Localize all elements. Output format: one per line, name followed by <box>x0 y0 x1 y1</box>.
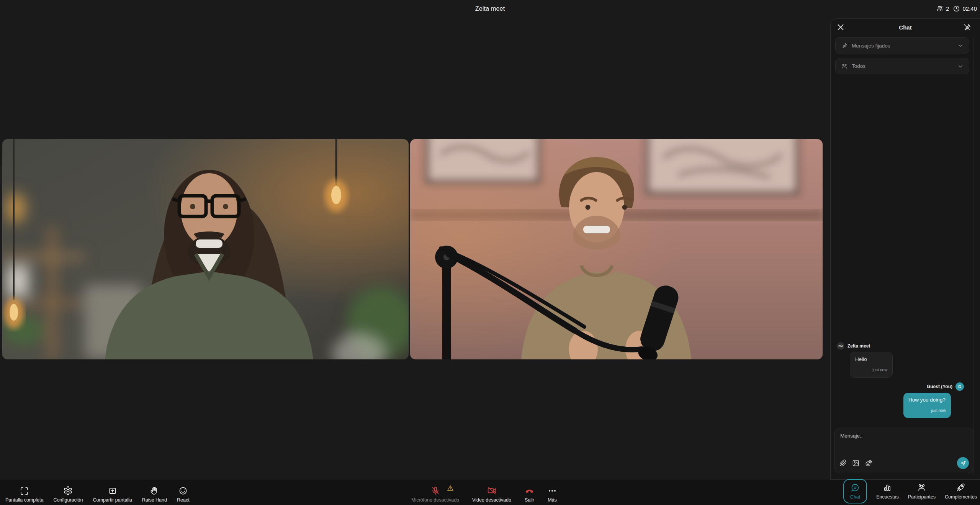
send-button[interactable] <box>957 457 969 469</box>
video-feed-2 <box>410 139 823 359</box>
microphone-label: Micrófono desactivado <box>411 497 459 503</box>
control-group-center: Micrófono desactivado Video desactivado … <box>411 485 557 503</box>
polls-icon <box>883 482 892 492</box>
leave-call-icon <box>524 485 535 495</box>
chat-panel-title: Chat <box>899 24 911 31</box>
gear-icon <box>63 485 73 495</box>
react-button[interactable]: React <box>177 485 190 503</box>
message-bubble: Hello just now <box>850 352 893 378</box>
video-off-icon <box>487 485 497 495</box>
participant-count-value: 2 <box>946 5 949 12</box>
message-bubble: How you doing? just now <box>903 393 951 418</box>
leave-button[interactable]: Salir <box>524 485 535 503</box>
paperclip-icon[interactable] <box>839 459 847 467</box>
pinned-messages-dropdown[interactable]: Mensajes fijados <box>835 37 969 54</box>
group-icon <box>841 63 848 70</box>
chat-message-list: ZM Zelta meet Hello just now Guest (You)… <box>837 342 969 418</box>
composer-actions <box>839 457 969 469</box>
meeting-timer: 02:40 <box>953 5 977 12</box>
share-screen-label: Compartir pantalla <box>93 497 132 503</box>
emoji-icon[interactable] <box>865 459 873 467</box>
pin-icon <box>841 42 848 49</box>
pinned-messages-label: Mensajes fijados <box>852 43 954 49</box>
settings-button[interactable]: Configuración <box>53 485 83 503</box>
share-screen-icon <box>108 485 117 495</box>
addons-label: Complementos <box>945 494 977 500</box>
message-text: Hello <box>855 356 887 362</box>
participants-icon <box>917 482 926 492</box>
participant-count: 2 <box>936 5 949 12</box>
chat-message: Guest (You) G How you doing? just now <box>837 382 969 418</box>
camera-label: Video desactivado <box>472 497 511 503</box>
fullscreen-button[interactable]: Pantalla completa <box>5 485 43 503</box>
raise-hand-label: Raise Hand <box>142 497 167 503</box>
chevron-down-icon <box>957 63 964 69</box>
image-icon[interactable] <box>852 459 859 467</box>
message-timestamp: just now <box>872 367 887 372</box>
meeting-timer-value: 02:40 <box>962 5 977 12</box>
message-sender-name: Guest (You) <box>927 384 952 389</box>
leave-label: Salir <box>525 497 534 503</box>
fullscreen-icon <box>20 485 29 495</box>
message-sender-row: Guest (You) G <box>927 382 964 391</box>
microphone-button[interactable]: Micrófono desactivado <box>411 485 459 503</box>
fullscreen-label: Pantalla completa <box>5 497 43 503</box>
message-text: How you doing? <box>908 397 946 403</box>
chat-message: ZM Zelta meet Hello just now <box>837 342 969 378</box>
more-label: Más <box>548 497 557 503</box>
message-sender-name: Zelta meet <box>847 343 870 349</box>
message-sender-row: ZM Zelta meet <box>837 342 969 350</box>
camera-button[interactable]: Video desactivado <box>472 485 511 503</box>
chat-tab-button[interactable]: Chat <box>843 479 867 503</box>
raise-hand-button[interactable]: Raise Hand <box>142 485 167 503</box>
top-bar: Zelta meet 2 02:40 <box>0 0 980 18</box>
control-group-right: Chat Encuestas <box>843 479 977 503</box>
warning-icon <box>447 485 454 492</box>
addons-button[interactable]: Complementos <box>945 482 977 500</box>
chat-panel: Chat Mensajes fijados <box>830 18 980 480</box>
addons-rocket-icon <box>956 482 965 492</box>
recipient-filter-label: Todos <box>852 63 954 69</box>
react-label: React <box>177 497 190 503</box>
recipient-filter-dropdown[interactable]: Todos <box>835 58 969 74</box>
participants-icon <box>936 5 944 12</box>
polls-label: Encuestas <box>876 494 898 500</box>
share-screen-button[interactable]: Compartir pantalla <box>93 485 132 503</box>
mic-off-icon <box>431 485 440 495</box>
chat-message-input[interactable] <box>839 432 970 454</box>
meeting-app-window: Zelta meet 2 02:40 <box>0 0 980 505</box>
chat-tab-label: Chat <box>850 494 860 500</box>
chevron-down-icon <box>957 43 964 49</box>
more-button[interactable]: Más <box>548 485 557 503</box>
video-feed-1 <box>2 139 409 359</box>
chat-composer <box>834 428 974 473</box>
close-icon[interactable] <box>836 23 845 32</box>
control-bar: Pantalla completa Configuración Compa <box>0 480 980 505</box>
chat-panel-header: Chat <box>831 19 980 36</box>
more-dots-icon <box>548 485 557 495</box>
meeting-title: Zelta meet <box>475 5 505 12</box>
message-timestamp: just now <box>931 408 946 413</box>
meeting-meta: 2 02:40 <box>936 5 977 12</box>
avatar: ZM <box>837 342 844 350</box>
polls-button[interactable]: Encuestas <box>876 482 898 500</box>
unpin-icon[interactable] <box>962 23 972 32</box>
clock-icon <box>953 5 960 12</box>
participants-label: Participantes <box>908 494 936 500</box>
react-smiley-icon <box>178 485 188 495</box>
raise-hand-icon <box>150 485 159 495</box>
control-group-left: Pantalla completa Configuración Compa <box>5 485 190 503</box>
chat-icon <box>851 482 860 492</box>
settings-label: Configuración <box>53 497 83 503</box>
avatar: G <box>955 382 964 391</box>
video-tile-1[interactable] <box>2 139 409 359</box>
participants-button[interactable]: Participantes <box>908 482 936 500</box>
video-tile-2[interactable] <box>410 139 823 359</box>
